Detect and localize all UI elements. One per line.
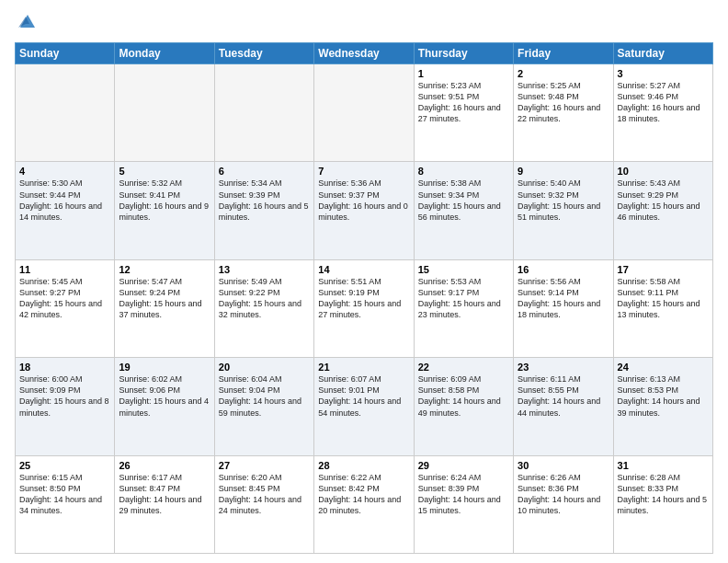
day-number: 16 — [518, 264, 609, 275]
day-info: Sunrise: 5:53 AMSunset: 9:17 PMDaylight:… — [418, 276, 509, 321]
day-cell-9: 9Sunrise: 5:40 AMSunset: 9:32 PMDaylight… — [514, 162, 613, 259]
day-info: Sunrise: 5:38 AMSunset: 9:34 PMDaylight:… — [418, 178, 509, 223]
day-info: Sunrise: 5:56 AMSunset: 9:14 PMDaylight:… — [518, 276, 609, 321]
day-number: 26 — [119, 460, 210, 471]
day-number: 5 — [119, 166, 210, 177]
day-number: 22 — [418, 362, 509, 373]
day-number: 29 — [418, 460, 509, 471]
weekday-header-friday: Friday — [514, 43, 613, 64]
header — [15, 11, 713, 35]
day-number: 15 — [418, 264, 509, 275]
week-row-2: 4Sunrise: 5:30 AMSunset: 9:44 PMDaylight… — [16, 162, 713, 259]
day-cell-24: 24Sunrise: 6:13 AMSunset: 8:53 PMDayligh… — [613, 358, 712, 455]
day-info: Sunrise: 6:02 AMSunset: 9:06 PMDaylight:… — [119, 373, 210, 419]
day-info: Sunrise: 6:22 AMSunset: 8:42 PMDaylight:… — [318, 472, 409, 517]
day-info: Sunrise: 5:45 AMSunset: 9:27 PMDaylight:… — [19, 276, 110, 321]
logo — [15, 11, 39, 35]
day-cell-15: 15Sunrise: 5:53 AMSunset: 9:17 PMDayligh… — [414, 259, 513, 357]
day-cell-25: 25Sunrise: 6:15 AMSunset: 8:50 PMDayligh… — [16, 455, 115, 553]
day-number: 21 — [318, 362, 409, 373]
day-cell-20: 20Sunrise: 6:04 AMSunset: 9:04 PMDayligh… — [214, 358, 313, 455]
day-info: Sunrise: 6:11 AMSunset: 8:55 PMDaylight:… — [518, 373, 609, 419]
day-info: Sunrise: 5:34 AMSunset: 9:39 PMDaylight:… — [219, 178, 310, 223]
day-info: Sunrise: 6:20 AMSunset: 8:45 PMDaylight:… — [219, 472, 310, 517]
day-cell-8: 8Sunrise: 5:38 AMSunset: 9:34 PMDaylight… — [414, 162, 513, 259]
week-row-3: 11Sunrise: 5:45 AMSunset: 9:27 PMDayligh… — [16, 259, 713, 357]
day-cell-29: 29Sunrise: 6:24 AMSunset: 8:39 PMDayligh… — [414, 455, 513, 553]
day-cell-26: 26Sunrise: 6:17 AMSunset: 8:47 PMDayligh… — [115, 455, 214, 553]
day-number: 10 — [618, 166, 709, 177]
day-number: 7 — [318, 166, 409, 177]
day-info: Sunrise: 6:17 AMSunset: 8:47 PMDaylight:… — [119, 472, 210, 517]
day-cell-23: 23Sunrise: 6:11 AMSunset: 8:55 PMDayligh… — [514, 358, 613, 455]
day-cell-4: 4Sunrise: 5:30 AMSunset: 9:44 PMDaylight… — [16, 162, 115, 259]
day-number: 19 — [119, 362, 210, 373]
week-row-5: 25Sunrise: 6:15 AMSunset: 8:50 PMDayligh… — [16, 455, 713, 553]
day-info: Sunrise: 5:51 AMSunset: 9:19 PMDaylight:… — [318, 276, 409, 321]
day-info: Sunrise: 5:27 AMSunset: 9:46 PMDaylight:… — [618, 80, 709, 125]
day-number: 13 — [219, 264, 310, 275]
day-cell-10: 10Sunrise: 5:43 AMSunset: 9:29 PMDayligh… — [613, 162, 712, 259]
day-number: 24 — [618, 362, 709, 373]
day-number: 2 — [518, 68, 609, 79]
week-row-4: 18Sunrise: 6:00 AMSunset: 9:09 PMDayligh… — [16, 358, 713, 455]
day-info: Sunrise: 6:07 AMSunset: 9:01 PMDaylight:… — [318, 373, 409, 419]
weekday-header-sunday: Sunday — [16, 43, 115, 64]
day-info: Sunrise: 6:28 AMSunset: 8:33 PMDaylight:… — [618, 472, 709, 517]
day-number: 4 — [19, 166, 110, 177]
day-cell-7: 7Sunrise: 5:36 AMSunset: 9:37 PMDaylight… — [314, 162, 414, 259]
day-number: 18 — [19, 362, 110, 373]
day-cell-22: 22Sunrise: 6:09 AMSunset: 8:58 PMDayligh… — [414, 358, 513, 455]
day-number: 20 — [219, 362, 310, 373]
day-info: Sunrise: 5:25 AMSunset: 9:48 PMDaylight:… — [518, 80, 609, 125]
day-number: 9 — [518, 166, 609, 177]
day-cell-6: 6Sunrise: 5:34 AMSunset: 9:39 PMDaylight… — [214, 162, 313, 259]
day-number: 23 — [518, 362, 609, 373]
day-info: Sunrise: 6:04 AMSunset: 9:04 PMDaylight:… — [219, 373, 310, 419]
weekday-header-wednesday: Wednesday — [314, 43, 414, 64]
empty-cell — [16, 64, 115, 162]
day-number: 1 — [418, 68, 509, 79]
day-number: 28 — [318, 460, 409, 471]
empty-cell — [214, 64, 313, 162]
day-info: Sunrise: 5:30 AMSunset: 9:44 PMDaylight:… — [19, 178, 110, 223]
day-cell-11: 11Sunrise: 5:45 AMSunset: 9:27 PMDayligh… — [16, 259, 115, 357]
page: SundayMondayTuesdayWednesdayThursdayFrid… — [0, 0, 728, 563]
day-info: Sunrise: 5:47 AMSunset: 9:24 PMDaylight:… — [119, 276, 210, 321]
day-info: Sunrise: 6:26 AMSunset: 8:36 PMDaylight:… — [518, 472, 609, 517]
empty-cell — [115, 64, 214, 162]
day-info: Sunrise: 5:36 AMSunset: 9:37 PMDaylight:… — [318, 178, 409, 223]
day-cell-3: 3Sunrise: 5:27 AMSunset: 9:46 PMDaylight… — [613, 64, 712, 162]
day-info: Sunrise: 6:09 AMSunset: 8:58 PMDaylight:… — [418, 373, 509, 419]
day-number: 12 — [119, 264, 210, 275]
day-number: 25 — [19, 460, 110, 471]
day-cell-1: 1Sunrise: 5:23 AMSunset: 9:51 PMDaylight… — [414, 64, 513, 162]
day-info: Sunrise: 5:40 AMSunset: 9:32 PMDaylight:… — [518, 178, 609, 223]
day-cell-30: 30Sunrise: 6:26 AMSunset: 8:36 PMDayligh… — [514, 455, 613, 553]
day-info: Sunrise: 6:13 AMSunset: 8:53 PMDaylight:… — [618, 373, 709, 419]
day-cell-27: 27Sunrise: 6:20 AMSunset: 8:45 PMDayligh… — [214, 455, 313, 553]
day-info: Sunrise: 5:58 AMSunset: 9:11 PMDaylight:… — [618, 276, 709, 321]
day-number: 27 — [219, 460, 310, 471]
day-number: 3 — [618, 68, 709, 79]
weekday-header-tuesday: Tuesday — [214, 43, 313, 64]
day-info: Sunrise: 5:49 AMSunset: 9:22 PMDaylight:… — [219, 276, 310, 321]
day-info: Sunrise: 6:24 AMSunset: 8:39 PMDaylight:… — [418, 472, 509, 517]
day-cell-31: 31Sunrise: 6:28 AMSunset: 8:33 PMDayligh… — [613, 455, 712, 553]
day-number: 31 — [618, 460, 709, 471]
day-cell-12: 12Sunrise: 5:47 AMSunset: 9:24 PMDayligh… — [115, 259, 214, 357]
day-info: Sunrise: 5:23 AMSunset: 9:51 PMDaylight:… — [418, 80, 509, 125]
weekday-header-thursday: Thursday — [414, 43, 513, 64]
day-info: Sunrise: 5:32 AMSunset: 9:41 PMDaylight:… — [119, 178, 210, 223]
day-number: 8 — [418, 166, 509, 177]
week-row-1: 1Sunrise: 5:23 AMSunset: 9:51 PMDaylight… — [16, 64, 713, 162]
day-cell-16: 16Sunrise: 5:56 AMSunset: 9:14 PMDayligh… — [514, 259, 613, 357]
empty-cell — [314, 64, 414, 162]
day-info: Sunrise: 6:15 AMSunset: 8:50 PMDaylight:… — [19, 472, 110, 517]
weekday-header-monday: Monday — [115, 43, 214, 64]
day-cell-17: 17Sunrise: 5:58 AMSunset: 9:11 PMDayligh… — [613, 259, 712, 357]
day-cell-21: 21Sunrise: 6:07 AMSunset: 9:01 PMDayligh… — [314, 358, 414, 455]
day-cell-13: 13Sunrise: 5:49 AMSunset: 9:22 PMDayligh… — [214, 259, 313, 357]
day-number: 17 — [618, 264, 709, 275]
logo-icon — [17, 11, 37, 31]
